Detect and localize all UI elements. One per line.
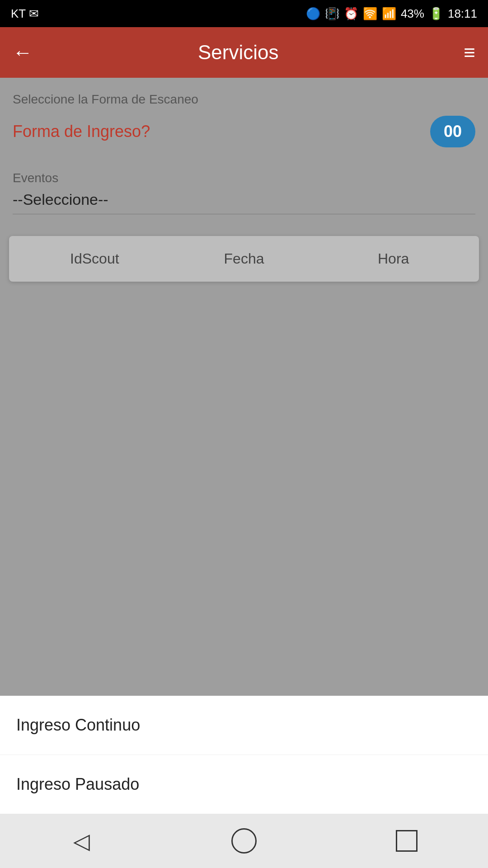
scan-section: Seleccione la Forma de Escaneo Forma de … <box>0 78 488 171</box>
vibrate-icon: 📳 <box>325 7 339 21</box>
empty-content-area <box>0 292 488 696</box>
main-content: Seleccione la Forma de Escaneo Forma de … <box>0 78 488 696</box>
table-col-hora: Hora <box>319 250 468 267</box>
app-bar: Servicios <box>0 27 488 78</box>
bluetooth-icon: 🔵 <box>306 7 320 21</box>
carrier-text: KT ✉ <box>11 7 39 21</box>
forma-label: Forma de Ingreso? <box>13 122 150 141</box>
back-button[interactable] <box>13 41 33 64</box>
menu-button[interactable] <box>464 41 475 64</box>
time-text: 18:11 <box>448 7 477 21</box>
battery-text: 43% <box>401 7 424 21</box>
table-header: IdScout Fecha Hora <box>9 236 479 282</box>
scan-label: Seleccione la Forma de Escaneo <box>13 92 475 107</box>
eventos-label: Eventos <box>13 171 475 185</box>
table-col-idscout: IdScout <box>20 250 169 267</box>
ingreso-pausado-item[interactable]: Ingreso Pausado <box>0 755 488 814</box>
nav-home-icon <box>231 828 257 854</box>
signal-icon: 📶 <box>382 7 396 21</box>
wifi-icon: 🛜 <box>363 7 377 21</box>
table-card: IdScout Fecha Hora <box>9 236 479 282</box>
bottom-sheet: Ingreso Continuo Ingreso Pausado <box>0 696 488 814</box>
status-left-icons: KT ✉ <box>11 7 39 21</box>
nav-recents-button[interactable] <box>389 823 425 859</box>
nav-home-button[interactable] <box>226 823 262 859</box>
eventos-section: Eventos --Seleccione-- <box>0 171 488 225</box>
table-col-fecha: Fecha <box>169 250 319 267</box>
status-bar: KT ✉ 🔵 📳 ⏰ 🛜 📶 43% 🔋 18:11 <box>0 0 488 27</box>
nav-back-button[interactable]: ◁ <box>63 823 99 859</box>
nav-bar: ◁ <box>0 814 488 868</box>
forma-row: Forma de Ingreso? 00 <box>13 116 475 147</box>
eventos-dropdown[interactable]: --Seleccione-- <box>13 191 475 214</box>
alarm-icon: ⏰ <box>344 7 358 21</box>
battery-icon: 🔋 <box>429 7 443 21</box>
badge-count[interactable]: 00 <box>430 116 475 147</box>
status-right-icons: 🔵 📳 ⏰ 🛜 📶 43% 🔋 18:11 <box>306 7 477 21</box>
app-bar-title: Servicios <box>43 41 433 64</box>
nav-square-icon <box>396 830 418 852</box>
ingreso-continuo-item[interactable]: Ingreso Continuo <box>0 696 488 755</box>
nav-back-icon: ◁ <box>73 828 90 854</box>
